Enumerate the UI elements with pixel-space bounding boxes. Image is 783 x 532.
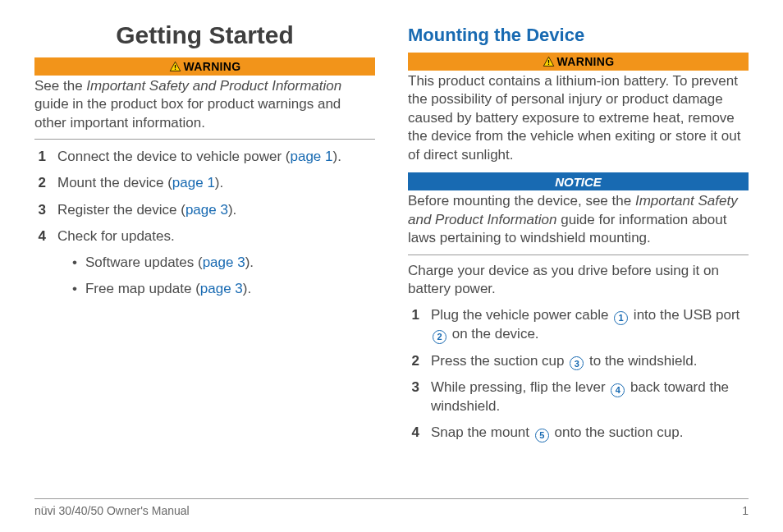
page-footer: nüvi 30/40/50 Owner's Manual 1 bbox=[34, 498, 749, 517]
list-item: 3While pressing, flip the lever 4 back t… bbox=[408, 378, 749, 415]
svg-rect-1 bbox=[174, 68, 175, 69]
warning-icon bbox=[543, 56, 555, 68]
warning-text: See the Important Safety and Product Inf… bbox=[34, 77, 375, 132]
mounting-steps: 1Plug the vehicle power cable 1 into the… bbox=[408, 306, 749, 442]
getting-started-substeps: Software updates (page 3).Free map updat… bbox=[72, 254, 375, 298]
callout-number-icon: 4 bbox=[611, 383, 625, 397]
list-item: 2Mount the device (page 1). bbox=[34, 174, 375, 192]
page-link[interactable]: page 3 bbox=[203, 255, 245, 270]
page-link[interactable]: page 1 bbox=[172, 175, 215, 190]
list-item: 4Snap the mount 5 onto the suction cup. bbox=[408, 424, 749, 443]
step-text: Check for updates. bbox=[57, 227, 375, 245]
warning-bar: WARNING bbox=[408, 53, 749, 71]
charge-text: Charge your device as you drive before u… bbox=[408, 262, 749, 299]
right-column: Mounting the Device WARNING This product… bbox=[408, 21, 749, 493]
step-number: 3 bbox=[34, 201, 46, 219]
step-number: 4 bbox=[408, 424, 419, 442]
footer-left: nüvi 30/40/50 Owner's Manual bbox=[34, 504, 190, 517]
notice-text-part1: Before mounting the device, see the bbox=[408, 193, 635, 209]
section-heading: Mounting the Device bbox=[408, 25, 749, 46]
step-number: 3 bbox=[408, 378, 419, 397]
step-text: Mount the device (page 1). bbox=[57, 174, 375, 192]
footer-page-number: 1 bbox=[742, 504, 749, 517]
warning-label: WARNING bbox=[557, 55, 615, 68]
list-item: 1Plug the vehicle power cable 1 into the… bbox=[408, 306, 749, 343]
notice-label: NOTICE bbox=[555, 175, 602, 189]
step-number: 1 bbox=[408, 306, 419, 324]
step-text: Connect the device to vehicle power (pag… bbox=[57, 148, 375, 166]
substep-text: Software updates (page 3). bbox=[85, 254, 254, 272]
substep-text: Free map update (page 3). bbox=[85, 280, 251, 298]
page-link[interactable]: page 1 bbox=[291, 149, 333, 164]
page-title: Getting Started bbox=[34, 21, 375, 49]
step-text: While pressing, flip the lever 4 back to… bbox=[431, 378, 749, 415]
getting-started-steps: 1Connect the device to vehicle power (pa… bbox=[34, 148, 375, 245]
svg-rect-2 bbox=[547, 60, 548, 63]
step-text: Snap the mount 5 onto the suction cup. bbox=[431, 424, 749, 443]
warning-text-part2: guide in the product box for product war… bbox=[34, 96, 341, 130]
warning-text-emphasis: Important Safety and Product Information bbox=[86, 78, 341, 94]
callout-number-icon: 5 bbox=[535, 429, 549, 443]
callout-number-icon: 1 bbox=[614, 311, 628, 325]
list-item: 4Check for updates. bbox=[34, 227, 375, 245]
step-text: Press the suction cup 3 to the windshiel… bbox=[431, 352, 749, 371]
list-item: 2Press the suction cup 3 to the windshie… bbox=[408, 352, 749, 371]
two-column-layout: Getting Started WARNING See the Importan… bbox=[34, 21, 749, 493]
list-item: Free map update (page 3). bbox=[72, 280, 375, 298]
warning-text-part1: See the bbox=[34, 78, 86, 94]
step-number: 2 bbox=[408, 352, 419, 370]
list-item: Software updates (page 3). bbox=[72, 254, 375, 272]
step-number: 2 bbox=[34, 174, 46, 192]
svg-rect-3 bbox=[547, 63, 548, 64]
notice-text: Before mounting the device, see the Impo… bbox=[408, 192, 749, 247]
svg-rect-0 bbox=[174, 65, 175, 68]
step-text: Register the device (page 3). bbox=[57, 201, 375, 219]
page-link[interactable]: page 3 bbox=[200, 281, 243, 296]
callout-number-icon: 3 bbox=[570, 356, 584, 370]
list-item: 1Connect the device to vehicle power (pa… bbox=[34, 148, 375, 166]
page-link[interactable]: page 3 bbox=[185, 202, 228, 218]
divider bbox=[34, 139, 375, 140]
page: Getting Started WARNING See the Importan… bbox=[0, 0, 783, 532]
notice-bar: NOTICE bbox=[408, 172, 749, 190]
warning-icon bbox=[169, 61, 181, 73]
warning-label: WARNING bbox=[184, 60, 241, 73]
left-column: Getting Started WARNING See the Importan… bbox=[34, 21, 375, 493]
callout-number-icon: 2 bbox=[433, 330, 446, 344]
divider bbox=[408, 255, 749, 255]
step-number: 1 bbox=[34, 148, 46, 166]
step-text: Plug the vehicle power cable 1 into the … bbox=[431, 306, 749, 343]
warning-bar: WARNING bbox=[34, 57, 375, 76]
list-item: 3Register the device (page 3). bbox=[34, 201, 375, 219]
step-number: 4 bbox=[34, 227, 46, 245]
warning-text: This product contains a lithium-ion batt… bbox=[408, 72, 749, 164]
